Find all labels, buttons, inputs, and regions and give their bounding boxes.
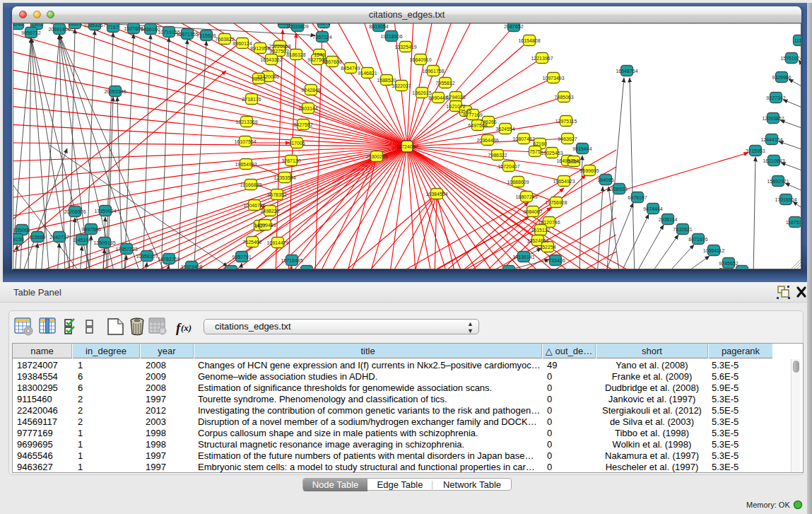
svg-text:9227342: 9227342 — [766, 95, 785, 100]
svg-text:20206576: 20206576 — [64, 209, 86, 214]
svg-text:9084067: 9084067 — [523, 209, 542, 214]
svg-text:20053346: 20053346 — [104, 89, 126, 94]
svg-text:8990448: 8990448 — [428, 95, 447, 100]
svg-text:8427552: 8427552 — [293, 122, 312, 127]
svg-text:17957223: 17957223 — [115, 247, 137, 252]
svg-text:8960124: 8960124 — [233, 41, 252, 46]
svg-text:1621072: 1621072 — [446, 104, 465, 109]
svg-text:10025453: 10025453 — [541, 151, 563, 156]
svg-text:12505135: 12505135 — [93, 240, 115, 245]
svg-text:10688609: 10688609 — [507, 180, 529, 185]
svg-text:14136141: 14136141 — [512, 255, 534, 259]
svg-text:16914479: 16914479 — [266, 240, 288, 245]
svg-text:7485063: 7485063 — [554, 95, 573, 100]
svg-text:7167: 7167 — [107, 25, 119, 30]
svg-text:16640910: 16640910 — [409, 57, 431, 62]
svg-text:16210643: 16210643 — [763, 158, 784, 163]
svg-text:3215953: 3215953 — [746, 148, 765, 153]
svg-text:14099489: 14099489 — [254, 223, 276, 228]
svg-text:1588520: 1588520 — [377, 78, 396, 83]
svg-text:2342737: 2342737 — [49, 235, 69, 240]
svg-text:1167533: 1167533 — [786, 220, 801, 225]
svg-text:10046786: 10046786 — [243, 203, 265, 208]
svg-text:16323: 16323 — [68, 23, 82, 26]
svg-text:15716485: 15716485 — [281, 258, 302, 263]
svg-text:20691406: 20691406 — [48, 27, 70, 32]
svg-text:19654923: 19654923 — [235, 162, 257, 167]
svg-text:5322037: 5322037 — [392, 83, 411, 88]
svg-text:15692971: 15692971 — [767, 179, 789, 184]
svg-text:15751074: 15751074 — [780, 56, 801, 61]
svg-text:13524851: 13524851 — [526, 238, 548, 243]
svg-text:1903: 1903 — [31, 23, 42, 27]
svg-text:18724007: 18724007 — [396, 144, 418, 149]
svg-text:2867608: 2867608 — [322, 59, 341, 64]
svg-text:12093852: 12093852 — [762, 116, 784, 121]
svg-text:16107554: 16107554 — [234, 139, 256, 144]
svg-text:2803144: 2803144 — [298, 106, 317, 111]
svg-text:11923468: 11923468 — [181, 264, 203, 269]
svg-text:9146821: 9146821 — [358, 71, 377, 76]
svg-text:10853267: 10853267 — [83, 23, 105, 28]
svg-text:16961758: 16961758 — [422, 69, 444, 74]
svg-text:10973493: 10973493 — [542, 76, 564, 81]
svg-text:12444154: 12444154 — [760, 137, 782, 142]
svg-text:9245652: 9245652 — [719, 261, 738, 266]
svg-text:3267130: 3267130 — [281, 158, 300, 163]
svg-text:17016504: 17016504 — [775, 197, 796, 202]
svg-text:8186328: 8186328 — [286, 52, 305, 57]
svg-text:7986322: 7986322 — [488, 153, 507, 158]
svg-text:7625402: 7625402 — [242, 240, 261, 245]
svg-text:16648764: 16648764 — [616, 69, 637, 74]
svg-text:16671355: 16671355 — [176, 32, 198, 37]
svg-text:18807249: 18807249 — [515, 194, 537, 199]
svg-text:1733426: 1733426 — [546, 258, 565, 263]
svg-text:16154808: 16154808 — [518, 38, 540, 43]
svg-text:17359924: 17359924 — [94, 209, 116, 214]
svg-text:9055712: 9055712 — [21, 30, 40, 35]
svg-text:164095: 164095 — [597, 177, 613, 182]
svg-text:9699695: 9699695 — [579, 168, 599, 173]
svg-text:12213369: 12213369 — [235, 119, 257, 124]
svg-text:19218906: 19218906 — [380, 34, 402, 39]
svg-text:7515526: 7515526 — [196, 33, 216, 38]
svg-text:(x): (x) — [181, 322, 192, 333]
svg-text:9329966: 9329966 — [772, 75, 791, 80]
svg-text:9242848: 9242848 — [301, 88, 320, 93]
svg-text:8813054: 8813054 — [369, 24, 388, 29]
svg-text:19384554: 19384554 — [425, 192, 447, 197]
svg-text:7575: 7575 — [529, 149, 541, 154]
svg-text:1546: 1546 — [314, 52, 325, 57]
svg-text:417006: 417006 — [288, 141, 305, 146]
svg-text:16033809: 16033809 — [286, 24, 308, 29]
svg-text:6497568: 6497568 — [468, 123, 487, 128]
svg-text:16120746: 16120746 — [538, 220, 560, 225]
svg-text:9463627: 9463627 — [558, 136, 577, 141]
svg-text:15720407: 15720407 — [498, 164, 519, 169]
svg-text:13325419: 13325419 — [394, 45, 416, 49]
svg-text:39159: 39159 — [13, 237, 24, 242]
svg-text:7357224: 7357224 — [312, 35, 331, 40]
svg-text:25300295: 25300295 — [365, 154, 387, 159]
svg-text:7955812: 7955812 — [435, 81, 454, 86]
svg-text:25226058: 25226058 — [269, 44, 290, 49]
svg-text:7663822: 7663822 — [215, 37, 234, 42]
svg-text:12975115: 12975115 — [555, 119, 577, 124]
svg-text:2935114: 2935114 — [659, 217, 678, 222]
svg-text:9474444: 9474444 — [643, 206, 662, 211]
svg-text:3624554: 3624554 — [495, 127, 514, 132]
svg-text:1362615: 1362615 — [412, 90, 431, 95]
svg-text:2087652: 2087652 — [504, 24, 523, 29]
svg-text:1117: 1117 — [794, 38, 801, 43]
svg-text:8471676: 8471676 — [688, 237, 707, 242]
svg-text:20364436: 20364436 — [476, 138, 498, 143]
svg-text:8454749: 8454749 — [341, 66, 360, 71]
svg-text:12213967: 12213967 — [531, 56, 553, 61]
svg-text:9997586: 9997586 — [81, 227, 100, 232]
svg-text:19654923: 19654923 — [553, 179, 575, 184]
svg-text:62160: 62160 — [533, 141, 547, 146]
svg-text:9857791: 9857791 — [232, 255, 251, 259]
svg-text:7632621: 7632621 — [673, 227, 692, 232]
svg-text:8678352: 8678352 — [267, 192, 286, 197]
svg-text:3498222: 3498222 — [260, 209, 279, 214]
